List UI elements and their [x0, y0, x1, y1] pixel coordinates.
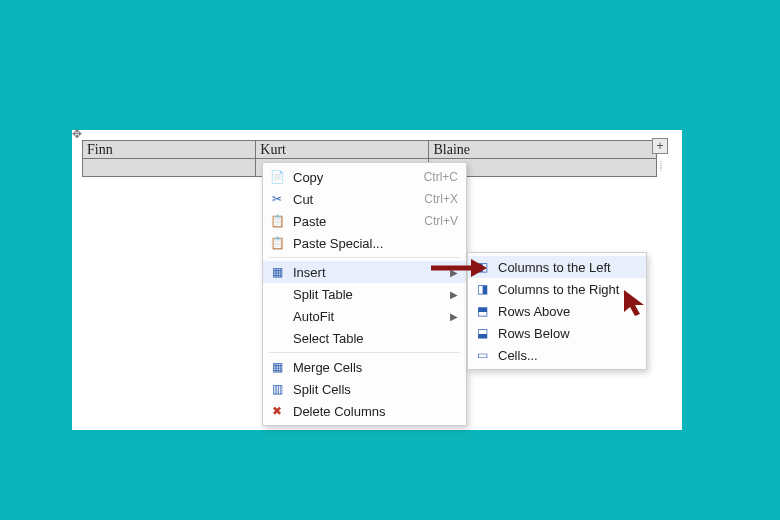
- menu-label: Copy: [293, 170, 424, 185]
- menu-label: Columns to the Left: [498, 260, 638, 275]
- columns-left-icon: ◧: [472, 259, 492, 275]
- table-cell[interactable]: Finn: [83, 141, 256, 159]
- blank-icon: [267, 308, 287, 324]
- blank-icon: [267, 330, 287, 346]
- menu-shortcut: Ctrl+V: [424, 214, 458, 228]
- rows-above-icon: ⬒: [472, 303, 492, 319]
- menu-item-paste[interactable]: 📋 Paste Ctrl+V: [263, 210, 466, 232]
- insert-icon: ▦: [267, 264, 287, 280]
- menu-item-split-table[interactable]: Split Table ▶: [263, 283, 466, 305]
- submenu-arrow-icon: ▶: [450, 311, 458, 322]
- cells-icon: ▭: [472, 347, 492, 363]
- menu-label: Split Table: [293, 287, 446, 302]
- menu-item-select-table[interactable]: Select Table: [263, 327, 466, 349]
- column-marker-icon: ⸽: [652, 158, 668, 176]
- menu-item-cut[interactable]: ✂ Cut Ctrl+X: [263, 188, 466, 210]
- submenu-item-cells[interactable]: ▭ Cells...: [468, 344, 646, 366]
- rows-below-icon: ⬓: [472, 325, 492, 341]
- menu-item-insert[interactable]: ▦ Insert ▶: [263, 261, 466, 283]
- add-column-button[interactable]: +: [652, 138, 668, 154]
- menu-label: Paste Special...: [293, 236, 458, 251]
- menu-item-split-cells[interactable]: ▥ Split Cells: [263, 378, 466, 400]
- menu-item-paste-special[interactable]: 📋 Paste Special...: [263, 232, 466, 254]
- table-cell[interactable]: Blaine: [429, 141, 657, 159]
- menu-label: Merge Cells: [293, 360, 458, 375]
- table-cell[interactable]: Kurt: [256, 141, 429, 159]
- submenu-item-rows-above[interactable]: ⬒ Rows Above: [468, 300, 646, 322]
- menu-shortcut: Ctrl+C: [424, 170, 458, 184]
- menu-label: Rows Below: [498, 326, 638, 341]
- menu-label: Delete Columns: [293, 404, 458, 419]
- columns-right-icon: ◨: [472, 281, 492, 297]
- menu-item-delete-columns[interactable]: ✖ Delete Columns: [263, 400, 466, 422]
- menu-item-copy[interactable]: 📄 Copy Ctrl+C: [263, 166, 466, 188]
- table-context-menu: 📄 Copy Ctrl+C ✂ Cut Ctrl+X 📋 Paste Ctrl+…: [262, 162, 467, 426]
- menu-label: Select Table: [293, 331, 458, 346]
- menu-label: Cells...: [498, 348, 638, 363]
- menu-item-merge-cells[interactable]: ▦ Merge Cells: [263, 356, 466, 378]
- menu-label: Cut: [293, 192, 424, 207]
- table-row: Finn Kurt Blaine: [83, 141, 657, 159]
- submenu-arrow-icon: ▶: [450, 267, 458, 278]
- merge-cells-icon: ▦: [267, 359, 287, 375]
- paste-special-icon: 📋: [267, 235, 287, 251]
- table-move-handle-icon[interactable]: ✥: [72, 127, 86, 141]
- paste-icon: 📋: [267, 213, 287, 229]
- cut-icon: ✂: [267, 191, 287, 207]
- submenu-item-rows-below[interactable]: ⬓ Rows Below: [468, 322, 646, 344]
- copy-icon: 📄: [267, 169, 287, 185]
- menu-shortcut: Ctrl+X: [424, 192, 458, 206]
- menu-separator: [269, 352, 460, 353]
- blank-icon: [267, 286, 287, 302]
- menu-item-autofit[interactable]: AutoFit ▶: [263, 305, 466, 327]
- submenu-item-columns-left[interactable]: ◧ Columns to the Left: [468, 256, 646, 278]
- menu-label: Insert: [293, 265, 446, 280]
- delete-columns-icon: ✖: [267, 403, 287, 419]
- document-canvas: ✥ Finn Kurt Blaine + ⸽ 📄 Copy Ctrl+C ✂ C…: [72, 130, 682, 430]
- submenu-arrow-icon: ▶: [450, 289, 458, 300]
- insert-submenu: ◧ Columns to the Left ◨ Columns to the R…: [467, 252, 647, 370]
- menu-label: Columns to the Right: [498, 282, 638, 297]
- menu-label: Split Cells: [293, 382, 458, 397]
- table-cell[interactable]: [83, 159, 256, 177]
- menu-label: AutoFit: [293, 309, 446, 324]
- split-cells-icon: ▥: [267, 381, 287, 397]
- menu-label: Rows Above: [498, 304, 638, 319]
- menu-separator: [269, 257, 460, 258]
- submenu-item-columns-right[interactable]: ◨ Columns to the Right: [468, 278, 646, 300]
- menu-label: Paste: [293, 214, 424, 229]
